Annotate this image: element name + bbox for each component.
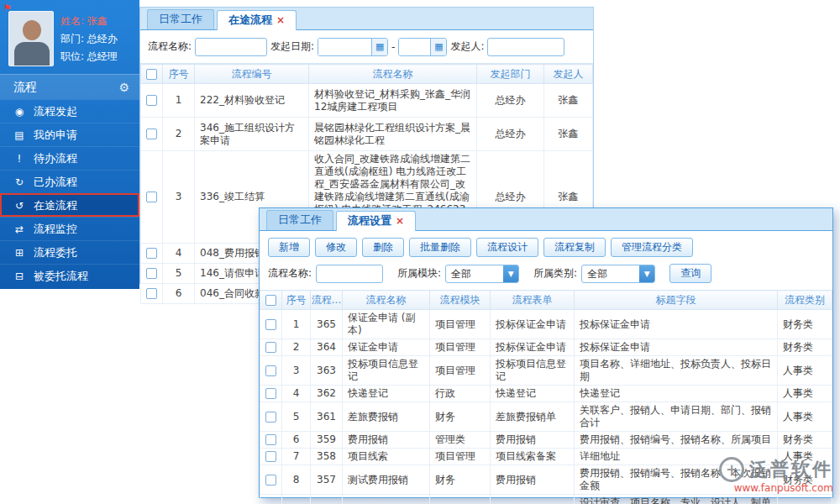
date-from-field[interactable] — [318, 39, 371, 55]
table-row[interactable]: 1 365 保证金申请 (副本) 项目管理 投标保证金申请 投标保证金申请 财务… — [260, 310, 832, 339]
table-row[interactable]: 1 222_材料验收登记 材料验收登记_材料采购_张鑫_华润12城房建工程项目 … — [141, 84, 593, 118]
sidebar-item-todo-flows[interactable]: !待办流程 — [0, 146, 139, 170]
row-checkbox[interactable] — [265, 451, 276, 462]
sidebar-item-flow-delegate[interactable]: ⊞流程委托 — [0, 240, 139, 264]
module-select-value: 全部 — [446, 265, 503, 282]
search-button[interactable]: 查询 — [669, 264, 711, 283]
row-checkbox[interactable] — [265, 475, 276, 486]
sidebar-item-my-applications[interactable]: ▤我的申请 — [0, 123, 139, 146]
date-from-input[interactable]: ▦ — [318, 38, 388, 56]
cell-checkbox — [260, 339, 282, 356]
col-flow-category[interactable]: 流程类别 — [778, 291, 832, 310]
cell-category: 财务类 — [778, 432, 832, 449]
chevron-down-icon[interactable]: ▼ — [639, 265, 654, 282]
col-flow-name[interactable]: 流程名称 — [343, 291, 430, 310]
table-row[interactable]: 3 363 投标项目信息登记 项目管理 投标项目信息登记 项目名称、详细地址、投… — [260, 356, 832, 386]
row-checkbox[interactable] — [265, 412, 276, 423]
col-initiator[interactable]: 发起人 — [544, 65, 593, 84]
col-flow-code[interactable]: 流程编号 — [195, 65, 309, 84]
row-checkbox[interactable] — [265, 342, 276, 353]
module-label: 所属模块: — [397, 266, 441, 281]
row-checkbox[interactable] — [265, 388, 276, 399]
chevron-down-icon[interactable]: ▼ — [503, 265, 518, 282]
col-title-fields[interactable]: 标题字段 — [575, 291, 778, 310]
date-to-input[interactable]: ▦ — [398, 38, 447, 56]
row-checkbox[interactable] — [146, 268, 157, 279]
sidebar-item-in-transit-flows[interactable]: ↺在途流程 — [0, 193, 139, 217]
batch-delete-button[interactable]: 批量删除 — [409, 238, 471, 257]
table-row[interactable]: 2 346_施工组织设计方案申请 晨铭园林绿化工程组织设计方案_晨铭园林绿化工程… — [141, 118, 593, 151]
row-checkbox[interactable] — [265, 319, 276, 330]
cell-name: 设计审查 — [343, 495, 430, 504]
flow-name-input-2[interactable] — [316, 265, 383, 283]
tab-label: 在途流程 — [228, 13, 272, 26]
initiator-input[interactable] — [487, 38, 564, 56]
cell-dept: 总经办 — [477, 84, 544, 118]
calendar-icon[interactable]: ▦ — [371, 39, 387, 55]
table-row[interactable]: 5 361 差旅费报销 财务 差旅费报销单 关联客户、报销人、申请日期、部门、报… — [260, 402, 832, 432]
row-checkbox[interactable] — [265, 365, 276, 376]
gear-icon[interactable]: ⚙ — [118, 81, 129, 94]
tab-daily-work-2[interactable]: 日常工作 — [266, 210, 333, 230]
sidebar-item-delegated-flows[interactable]: ⊟被委托流程 — [0, 264, 139, 287]
col-flow-code[interactable]: 流程... — [311, 291, 343, 310]
tab-flow-settings[interactable]: 流程设置× — [336, 211, 416, 231]
select-all-checkbox[interactable] — [146, 69, 157, 80]
broadcast-icon: ◉ — [13, 100, 26, 123]
col-flow-name[interactable]: 流程名称 — [309, 65, 477, 84]
cell-seq: 8 — [282, 465, 311, 495]
sidebar-item-label: 在途流程 — [34, 199, 77, 212]
select-all-checkbox[interactable] — [265, 295, 276, 306]
calendar-icon[interactable]: ▦ — [430, 39, 446, 55]
tab-in-transit-flows[interactable]: 在途流程× — [217, 10, 297, 30]
window2-filterbar: 流程名称: 所属模块: 全部 ▼ 所属类别: 全部 ▼ 查询 — [260, 262, 832, 290]
category-select[interactable]: 全部 ▼ — [581, 265, 655, 283]
col-flow-form[interactable]: 流程表单 — [491, 291, 575, 310]
cell-seq: 4 — [163, 244, 195, 264]
sidebar-item-done-flows[interactable]: ↻已办流程 — [0, 170, 139, 193]
close-icon[interactable]: × — [396, 215, 404, 227]
sidebar-item-label: 待办流程 — [34, 152, 77, 165]
tab-daily-work[interactable]: 日常工作 — [147, 9, 214, 29]
cell-seq: 2 — [163, 118, 195, 151]
table-row[interactable]: 9 356 设计审查 项目管理 设计审查 设计审查、项目名称、专业、设计人、制单… — [260, 495, 832, 504]
cell-form: 快递登记 — [491, 386, 575, 402]
row-checkbox[interactable] — [146, 95, 157, 106]
cell-seq: 9 — [282, 495, 311, 504]
cell-checkbox — [141, 244, 163, 264]
date-to-field[interactable] — [399, 39, 430, 55]
flow-design-button[interactable]: 流程设计 — [476, 238, 538, 257]
sidebar-item-flow-start[interactable]: ◉流程发起 — [0, 99, 139, 123]
flow-name-input[interactable] — [195, 38, 267, 56]
add-button[interactable]: 新增 — [268, 238, 310, 257]
refresh-icon: ↻ — [13, 171, 26, 194]
delete-button[interactable]: 删除 — [362, 238, 404, 257]
col-seq[interactable]: 序号 — [163, 65, 195, 84]
document-icon: ▤ — [13, 123, 26, 147]
row-checkbox[interactable] — [146, 192, 157, 202]
flow-copy-button[interactable]: 流程复制 — [543, 238, 606, 257]
table-row[interactable]: 6 359 费用报销 管理类 费用报销 费用报销、报销编号、报销名称、所属项目 … — [260, 432, 832, 449]
sidebar-item-flow-monitor[interactable]: ⇄流程监控 — [0, 217, 139, 240]
cell-name: 快递登记 — [343, 386, 430, 402]
table-row[interactable]: 2 364 保证金申请 项目管理 投标保证金申请 投标保证金申请 财务类 — [260, 339, 832, 356]
row-checkbox[interactable] — [265, 434, 276, 445]
col-flow-module[interactable]: 流程模块 — [430, 291, 491, 310]
col-dept[interactable]: 发起部门 — [477, 65, 544, 84]
cell-code: 357 — [311, 465, 343, 495]
row-checkbox[interactable] — [146, 129, 157, 139]
fanpu-brand-text: 泛普软件 — [749, 457, 833, 482]
row-checkbox[interactable] — [146, 288, 157, 299]
cell-seq: 2 — [282, 339, 311, 356]
close-icon[interactable]: × — [276, 14, 285, 26]
org-icon: ⊟ — [13, 265, 26, 288]
manage-flow-category-button[interactable]: 管理流程分类 — [611, 238, 693, 257]
table-header-row: 序号 流程... 流程名称 流程模块 流程表单 标题字段 流程类别 — [260, 291, 832, 310]
row-checkbox[interactable] — [146, 248, 157, 259]
col-seq[interactable]: 序号 — [282, 291, 311, 310]
cell-form: 差旅费报销单 — [491, 402, 575, 432]
module-select[interactable]: 全部 ▼ — [445, 265, 519, 283]
edit-button[interactable]: 修改 — [315, 238, 357, 257]
table-row[interactable]: 4 362 快递登记 行政 快递登记 快递登记 人事类 — [260, 386, 832, 402]
cell-checkbox — [260, 386, 282, 402]
